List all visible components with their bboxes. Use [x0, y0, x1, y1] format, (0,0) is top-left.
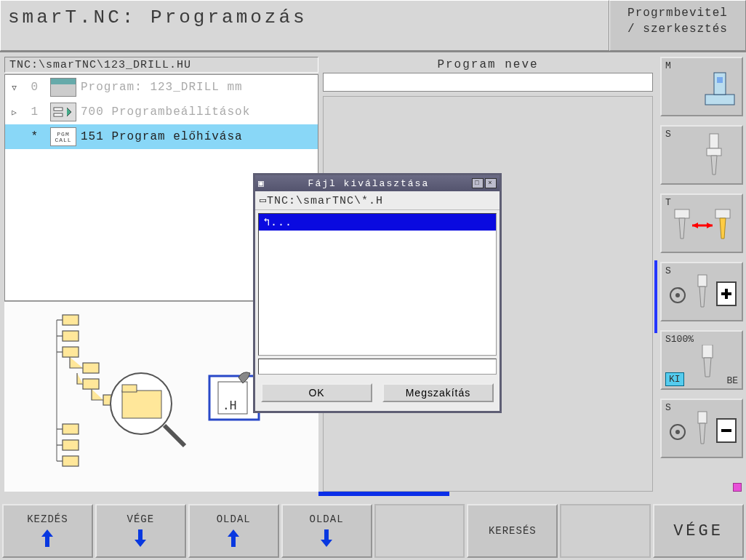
- svg-point-35: [675, 430, 680, 434]
- svg-rect-18: [714, 73, 726, 95]
- softkey-oldal-up[interactable]: OLDAL: [188, 504, 279, 558]
- svg-rect-12: [122, 391, 161, 418]
- arrow-up-icon: [40, 528, 55, 548]
- svg-marker-41: [228, 529, 239, 547]
- close-icon[interactable]: ×: [485, 178, 497, 188]
- svg-marker-25: [692, 223, 698, 228]
- softkey-vege[interactable]: VÉGE: [95, 504, 186, 558]
- side-button-label: M: [665, 60, 671, 71]
- svg-point-28: [675, 293, 680, 297]
- svg-rect-33: [702, 345, 713, 358]
- svg-rect-17: [705, 95, 734, 105]
- dialog-title: Fájl kiválasztása: [265, 178, 472, 189]
- dialog-path: ▭TNC:\smarTNC\*.H: [255, 191, 500, 210]
- file-ext-label: .H: [222, 399, 236, 412]
- mode-indicator: Progrmbevitel / szerkesztés: [609, 0, 746, 51]
- tree-row-label: 700 Programbeállítások: [81, 105, 250, 119]
- dialog-filename-input[interactable]: [258, 359, 497, 375]
- svg-rect-29: [698, 275, 707, 287]
- dialog-file-list[interactable]: ↰...: [258, 213, 497, 356]
- svg-rect-4: [63, 347, 79, 357]
- cancel-button[interactable]: Megszakítás: [382, 383, 494, 402]
- svg-rect-20: [710, 134, 718, 148]
- program-name-input[interactable]: [323, 73, 653, 92]
- svg-rect-36: [698, 412, 707, 423]
- ok-button[interactable]: OK: [261, 383, 372, 402]
- softkey-label: KERESÉS: [489, 525, 537, 537]
- list-item[interactable]: ↰...: [259, 214, 496, 231]
- svg-marker-40: [135, 529, 146, 547]
- svg-rect-3: [63, 331, 79, 341]
- tree-line-number: 1: [21, 105, 39, 119]
- file-path-bar: TNC:\smarTNC\123_DRILL.HU: [4, 57, 318, 73]
- be-label: BE: [726, 375, 738, 386]
- progress-indicator: [318, 492, 449, 496]
- arrow-down-icon: [133, 528, 148, 548]
- tree-row[interactable]: ▷ 1 700 Programbeállítások: [5, 100, 318, 124]
- tree-row-selected[interactable]: * PGMCALL 151 Program előhívása: [5, 124, 318, 149]
- tree-toggle-icon[interactable]: ▽: [8, 83, 21, 92]
- side-button-s-minus[interactable]: S: [660, 399, 743, 458]
- app-title: smarT.NC: Programozás: [0, 0, 609, 51]
- tree-row-label: Program: 123_DRILL mm: [81, 81, 243, 94]
- side-button-s-plus[interactable]: S: [660, 262, 743, 321]
- svg-rect-10: [63, 456, 79, 466]
- side-button-label: S100%: [665, 334, 694, 345]
- svg-rect-9: [63, 440, 79, 450]
- softkey-label: OLDAL: [217, 513, 251, 525]
- svg-rect-23: [715, 209, 730, 218]
- softkey-blank: [374, 504, 465, 558]
- dialog-titlebar[interactable]: ▣ Fájl kiválasztása □ ×: [255, 175, 500, 191]
- accent-bar: [654, 260, 657, 333]
- program-icon: [50, 78, 76, 97]
- svg-rect-8: [63, 424, 79, 434]
- side-button-s100[interactable]: S100% KI BE: [660, 330, 743, 390]
- disk-icon: ▭: [260, 195, 267, 207]
- svg-marker-39: [41, 529, 53, 547]
- file-select-dialog: ▣ Fájl kiválasztása □ × ▭TNC:\smarTNC\*.…: [253, 173, 502, 413]
- side-button-t[interactable]: T: [660, 193, 743, 253]
- svg-line-14: [164, 425, 185, 446]
- svg-rect-2: [63, 315, 79, 325]
- softkey-label: OLDAL: [310, 513, 344, 525]
- tree-line-number: *: [21, 130, 39, 143]
- status-indicator-icon: [733, 483, 742, 492]
- tree-toggle-icon[interactable]: ▷: [8, 108, 21, 117]
- mode-line1: Progrmbevitel: [613, 5, 742, 21]
- svg-rect-5: [83, 363, 99, 373]
- tree-row-label: 151 Program előhívása: [81, 130, 243, 143]
- svg-marker-42: [321, 529, 332, 547]
- tree-row[interactable]: ▽ 0 Program: 123_DRILL mm: [5, 75, 318, 100]
- svg-rect-19: [717, 77, 723, 83]
- softkey-label: VÉGE: [673, 522, 723, 540]
- property-header: Program neve: [323, 57, 653, 73]
- tree-line-number: 0: [21, 81, 39, 94]
- softkey-blank: [560, 504, 651, 558]
- softkey-oldal-down[interactable]: OLDAL: [281, 504, 372, 558]
- softkey-kezdes[interactable]: KEZDÉS: [2, 504, 93, 558]
- side-button-s[interactable]: S: [660, 125, 743, 185]
- svg-rect-22: [675, 209, 689, 218]
- softkey-kereses[interactable]: KERESÉS: [467, 504, 558, 558]
- side-button-m[interactable]: M: [660, 57, 743, 116]
- cube-icon: ▣: [258, 177, 265, 189]
- arrow-up-icon: [226, 528, 241, 548]
- svg-rect-13: [122, 385, 137, 392]
- ki-label: KI: [665, 372, 684, 386]
- softkey-label: KEZDÉS: [27, 513, 68, 525]
- arrow-down-icon: [319, 528, 334, 548]
- up-folder-icon: ↰: [263, 217, 270, 229]
- maximize-icon[interactable]: □: [472, 178, 484, 188]
- side-button-label: S: [665, 129, 671, 140]
- softkey-label: VÉGE: [127, 513, 155, 525]
- svg-rect-21: [707, 148, 721, 156]
- svg-rect-6: [83, 379, 99, 389]
- settings-icon: [50, 103, 76, 121]
- pgm-call-icon: PGMCALL: [50, 127, 76, 146]
- svg-marker-26: [707, 223, 713, 228]
- softkey-bar: KEZDÉS VÉGE OLDAL OLDAL KERESÉS VÉGE: [0, 502, 746, 560]
- mode-line2: / szerkesztés: [613, 21, 742, 37]
- svg-rect-1: [54, 113, 63, 116]
- svg-rect-0: [54, 108, 63, 111]
- softkey-end[interactable]: VÉGE: [653, 504, 744, 558]
